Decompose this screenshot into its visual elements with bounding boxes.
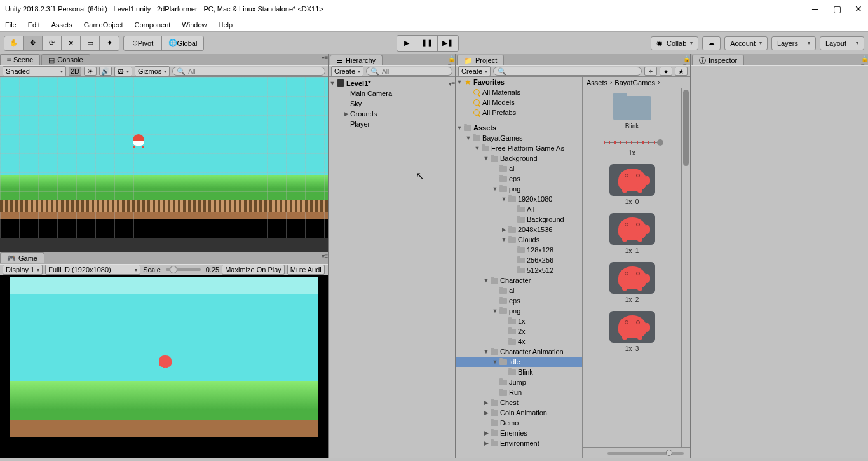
project-tree-item[interactable]: Run xyxy=(456,387,582,397)
scene-view[interactable] xyxy=(0,77,328,238)
project-tree-item[interactable]: ai xyxy=(456,163,582,174)
transform-tool-button[interactable]: ✦ xyxy=(100,36,119,50)
menu-edit[interactable]: Edit xyxy=(28,21,40,29)
layout-dropdown[interactable]: Layout ▾ xyxy=(820,36,864,50)
project-tree-item[interactable]: ▼1920x1080 xyxy=(456,194,582,204)
menu-help[interactable]: Help xyxy=(218,21,233,29)
account-dropdown[interactable]: Account ▾ xyxy=(724,36,768,50)
tab-inspector[interactable]: ⓘ Inspector xyxy=(692,55,744,65)
mute-toggle[interactable]: Mute Audi xyxy=(287,265,325,275)
project-tree-item[interactable]: 512x512 xyxy=(456,265,582,275)
move-tool-button[interactable]: ✥ xyxy=(24,36,43,50)
project-search[interactable]: 🔍 xyxy=(493,67,642,76)
scene-search[interactable]: 🔍 xyxy=(172,67,325,76)
project-tree-item[interactable]: ▼BayatGames xyxy=(456,133,582,143)
space-toggle[interactable]: 🌐 Global xyxy=(162,36,203,50)
grid-size-slider[interactable] xyxy=(607,452,684,455)
project-tree-item[interactable]: ▼Free Platform Game As xyxy=(456,143,582,153)
project-tree-item[interactable]: Jump xyxy=(456,377,582,387)
menu-window[interactable]: Window xyxy=(182,21,207,29)
project-tree-item[interactable]: eps xyxy=(456,296,582,306)
pause-button[interactable]: ❚❚ xyxy=(417,36,438,51)
project-tree-item[interactable]: All xyxy=(456,204,582,214)
project-tree-item[interactable]: ▼Character Animation xyxy=(456,347,582,357)
shading-dropdown[interactable]: Shaded▾ xyxy=(3,66,66,76)
lighting-toggle[interactable]: ☀ xyxy=(84,67,97,76)
asset-item[interactable]: 1x_0 xyxy=(594,162,670,208)
hierarchy-item[interactable]: Sky xyxy=(329,99,455,109)
panel-options-icon[interactable]: ▾≡ xyxy=(322,252,328,259)
maximize-toggle[interactable]: Maximize On Play xyxy=(222,265,285,275)
project-tree-item[interactable]: ▶Coin Animation xyxy=(456,408,582,418)
project-tree-item[interactable]: ▼Character xyxy=(456,275,582,286)
hierarchy-scene-root[interactable]: ▼Level1* ▾≡ xyxy=(329,78,455,88)
project-tree-item[interactable]: All Models xyxy=(456,97,582,107)
layers-dropdown[interactable]: Layers ▾ xyxy=(771,36,816,50)
collab-dropdown[interactable]: ◉ Collab ▾ xyxy=(651,36,698,50)
tab-hierarchy[interactable]: ☰ Hierarchy xyxy=(330,55,383,65)
project-tree-item[interactable]: ▼png xyxy=(456,306,582,316)
hand-tool-button[interactable]: ✋ xyxy=(4,36,24,50)
resolution-dropdown[interactable]: FullHD (1920x1080)▾ xyxy=(45,265,140,275)
project-tree-item[interactable]: 128x128 xyxy=(456,245,582,255)
project-tree-item[interactable]: Demo xyxy=(456,418,582,428)
project-tree-item[interactable]: ▶2048x1536 xyxy=(456,224,582,235)
close-button[interactable]: ✕ xyxy=(854,4,863,13)
menu-assets[interactable]: Assets xyxy=(51,21,72,29)
panel-options-icon[interactable]: 🔒≡ xyxy=(684,59,690,65)
menu-component[interactable]: Component xyxy=(134,21,170,29)
project-tree-item[interactable]: eps xyxy=(456,174,582,184)
play-button[interactable]: ▶ xyxy=(397,36,417,51)
hierarchy-item[interactable]: Player xyxy=(329,119,455,129)
project-tree-item[interactable]: ai xyxy=(456,286,582,296)
project-tree-item[interactable]: ▶Enemies xyxy=(456,428,582,438)
panel-options-icon[interactable]: ▾≡ xyxy=(322,54,328,60)
project-tree-item[interactable]: 4x xyxy=(456,336,582,347)
project-tree-item[interactable]: ▼Idle xyxy=(456,357,582,367)
hierarchy-search[interactable]: 🔍 xyxy=(366,67,452,76)
scale-tool-button[interactable]: ⤧ xyxy=(62,36,81,50)
menu-gameobject[interactable]: GameObject xyxy=(84,21,123,29)
project-tree-item[interactable]: 256x256 xyxy=(456,255,582,265)
hierarchy-create[interactable]: Create▾ xyxy=(331,66,363,76)
project-tree-item[interactable]: ▼★Favorites xyxy=(456,77,582,87)
scale-slider[interactable] xyxy=(166,268,201,271)
2d-toggle[interactable]: 2D xyxy=(69,67,81,76)
tab-console[interactable]: ▤Console xyxy=(41,54,90,65)
game-view[interactable] xyxy=(0,275,328,458)
project-tree-item[interactable]: ▼Clouds xyxy=(456,235,582,245)
gizmos-dropdown[interactable]: Gizmos▾ xyxy=(135,66,170,76)
grid-scrollbar[interactable] xyxy=(681,88,690,447)
project-tree-item[interactable]: 1x xyxy=(456,316,582,326)
fx-dropdown[interactable]: 🖼▾ xyxy=(114,67,132,76)
project-tree-item[interactable]: ▼Assets xyxy=(456,123,582,133)
asset-item[interactable]: 1x_2 xyxy=(594,259,670,306)
project-breadcrumb[interactable]: Assets › BayatGames › xyxy=(583,77,690,88)
tab-scene[interactable]: ⌗Scene xyxy=(0,54,40,65)
menu-file[interactable]: File xyxy=(5,21,17,29)
project-tree-item[interactable]: ▶Environment xyxy=(456,438,582,448)
asset-item[interactable]: 1x_1 xyxy=(594,210,670,257)
project-tree-item[interactable]: Background xyxy=(456,214,582,224)
project-tree-item[interactable]: All Materials xyxy=(456,87,582,97)
save-search-button[interactable]: ★ xyxy=(675,67,688,76)
project-tree-item[interactable]: 2x xyxy=(456,326,582,336)
panel-options-icon[interactable]: 🔒≡ xyxy=(862,59,868,65)
project-tree-item[interactable]: All Prefabs xyxy=(456,107,582,118)
project-create[interactable]: Create▾ xyxy=(458,66,491,76)
tab-game[interactable]: 🎮Game xyxy=(0,252,44,263)
step-button[interactable]: ▶❚ xyxy=(438,36,458,51)
asset-item[interactable]: Blink xyxy=(594,93,670,132)
tab-project[interactable]: 📁 Project xyxy=(457,55,504,65)
hierarchy-item[interactable]: Main Camera xyxy=(329,88,455,99)
rotate-tool-button[interactable]: ⟳ xyxy=(43,36,62,50)
hierarchy-item[interactable]: ▶Grounds xyxy=(329,109,455,119)
asset-item[interactable]: 1x_3 xyxy=(594,308,670,355)
pivot-toggle[interactable]: ⊕ Pivot xyxy=(124,36,162,50)
minimize-button[interactable]: ─ xyxy=(811,4,820,13)
project-tree-item[interactable]: ▶Chest xyxy=(456,397,582,408)
audio-toggle[interactable]: 🔊 xyxy=(99,67,112,76)
maximize-button[interactable]: ▢ xyxy=(832,4,841,13)
filter-button[interactable]: ⌖ xyxy=(644,67,657,76)
asset-item[interactable]: 1x xyxy=(594,135,670,159)
